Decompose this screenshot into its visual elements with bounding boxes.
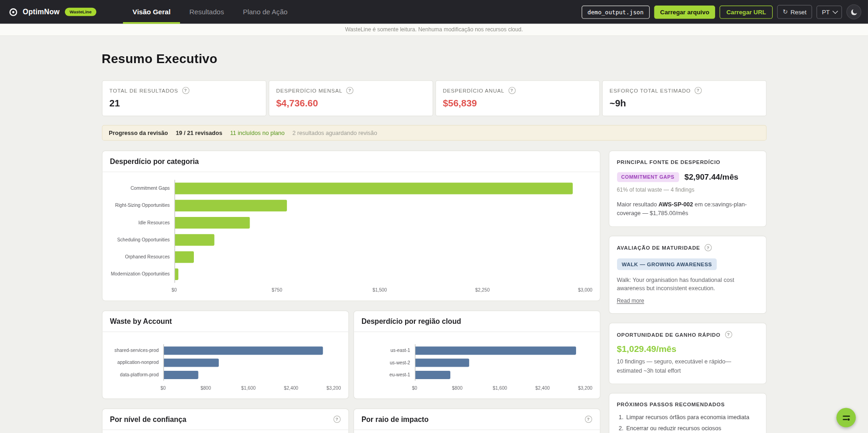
- chart-row: shared-services-prod: [110, 344, 334, 356]
- chart-category-label: us-east-1: [361, 344, 414, 356]
- axis-tick-label: $1,600: [493, 385, 507, 391]
- axis-tick-label: $800: [200, 385, 211, 391]
- quick-win-value: $1,029.49/mês: [617, 344, 758, 354]
- chart-track: [163, 344, 333, 356]
- help-icon[interactable]: ?: [182, 87, 189, 94]
- card-quick-win: OPORTUNIDADE DE GANHO RÁPIDO ? $1,029.49…: [608, 323, 766, 384]
- help-icon[interactable]: ?: [705, 244, 712, 251]
- load-file-button[interactable]: Carregar arquivo: [654, 5, 715, 18]
- chart-bar: [175, 200, 287, 211]
- chart-row: Commitment Gaps: [110, 180, 585, 197]
- right-sidebar: PRINCIPAL FONTE DE DESPERDÍCIO COMMITMEN…: [608, 151, 766, 433]
- help-icon[interactable]: ?: [333, 415, 341, 423]
- dark-mode-toggle[interactable]: [846, 5, 861, 19]
- main-nav: Visão Geral Resultados Plano de Ação: [123, 0, 297, 24]
- top-source-value: $2,907.44/mês: [684, 173, 738, 181]
- chart-rows: us-east-1us-west-2eu-west-1: [361, 344, 585, 380]
- review-progress-strip: Progresso da revisão 19 / 21 revisados 1…: [102, 125, 766, 141]
- chevron-down-icon: [833, 8, 838, 14]
- nav-tab-plano-de-acao[interactable]: Plano de Ação: [233, 0, 297, 24]
- chart-bar: [163, 358, 219, 367]
- card-title: Waste by Account: [110, 317, 172, 325]
- chart-row: Orphaned Resources: [110, 248, 585, 265]
- axis-tick-label: $3,000: [578, 287, 592, 293]
- help-icon[interactable]: ?: [694, 87, 702, 94]
- detail-prefix: Maior resultado: [617, 201, 658, 207]
- main-container: Resumo Executivo TOTAL DE RESULTADOS ? 2…: [102, 52, 766, 433]
- card-by-confidence: Por nível de confiança ?: [102, 409, 349, 433]
- nav-tab-resultados[interactable]: Resultados: [180, 0, 233, 24]
- stats-row: TOTAL DE RESULTADOS ? 21 DESPERDÍCIO MEN…: [102, 80, 766, 116]
- language-value: PT: [822, 9, 830, 15]
- card-by-blast-radius: Por raio de impacto ?: [353, 409, 600, 433]
- quick-win-description: 10 findings — seguro, executável e rápid…: [617, 357, 758, 375]
- stat-card-monthly-waste: DESPERDÍCIO MENSAL ? $4,736.60: [268, 80, 433, 116]
- help-icon[interactable]: ?: [508, 87, 516, 94]
- app-viewport: OptimNow WasteLine Visão Geral Resultado…: [0, 0, 868, 433]
- axis-tick-label: $0: [161, 385, 166, 391]
- moon-icon: [850, 8, 858, 16]
- maturity-badge: WALK — GROWING AWARENESS: [617, 258, 717, 270]
- chart-category-label: Right-Sizing Opportunities: [110, 197, 175, 214]
- card-title: Por raio de impacto: [361, 415, 429, 423]
- stat-card-annual-waste: DESPERDÍCIO ANUAL ? $56,839: [435, 80, 600, 116]
- chart-category-label: us-west-2: [361, 357, 414, 369]
- chart-bar: [175, 182, 573, 194]
- chart-category-label: Modernization Opportunities: [110, 266, 175, 283]
- chart-category-label: shared-services-prod: [110, 344, 163, 356]
- axis-tick-label: $800: [452, 385, 463, 391]
- axis-tick-label: $3,200: [578, 385, 592, 391]
- load-url-button[interactable]: Carregar URL: [720, 5, 773, 18]
- chart-category-label: Commitment Gaps: [110, 180, 175, 197]
- chart-bar: [163, 370, 198, 379]
- axis-tick-label: $1,500: [373, 287, 387, 293]
- reset-icon: ↻: [783, 8, 788, 16]
- chart-bar: [175, 269, 178, 280]
- chart-row: eu-west-1: [361, 369, 585, 380]
- stat-label: ESFORÇO TOTAL ESTIMADO: [610, 88, 691, 94]
- chart-bar: [175, 217, 250, 228]
- reset-label: Reset: [791, 9, 807, 15]
- read-more-link[interactable]: Read more: [617, 298, 644, 304]
- chart-row: Idle Resources: [110, 214, 585, 231]
- top-source-subtext: 61% of total waste — 4 findings: [617, 187, 758, 193]
- chart-category-label: Orphaned Resources: [110, 248, 175, 265]
- top-header: OptimNow WasteLine Visão Geral Resultado…: [0, 0, 868, 24]
- reset-button[interactable]: ↻ Reset: [777, 5, 812, 19]
- waste-by-account-chart: shared-services-prodapplication-nonprodd…: [102, 332, 348, 398]
- card-top-waste-source: PRINCIPAL FONTE DE DESPERDÍCIO COMMITMEN…: [608, 151, 766, 227]
- waste-by-category-chart: Commitment GapsRight-Sizing Opportunitie…: [102, 172, 600, 301]
- chart-track: [174, 180, 585, 197]
- nav-tab-visao-geral[interactable]: Visão Geral: [123, 0, 180, 24]
- help-icon[interactable]: ?: [346, 87, 354, 94]
- chart-row: Modernization Opportunities: [110, 266, 585, 283]
- stat-label: TOTAL DE RESULTADOS: [110, 88, 178, 94]
- chart-row: application-nonprod: [110, 357, 334, 369]
- chart-row: us-west-2: [361, 357, 585, 369]
- card-title: Por nível de confiança: [110, 415, 186, 423]
- axis-tick-label: $750: [272, 287, 282, 293]
- help-icon[interactable]: ?: [725, 331, 732, 339]
- maturity-description: Walk: Your organisation has foundational…: [617, 275, 758, 293]
- chart-category-label: application-nonprod: [110, 357, 163, 369]
- chart-bar: [163, 346, 323, 355]
- stat-value: $4,736.60: [276, 98, 425, 109]
- chart-category-label: data-platform-prod: [110, 369, 163, 380]
- card-waste-by-category: Desperdício por categoria Commitment Gap…: [102, 151, 600, 301]
- stat-card-total-effort: ESFORÇO TOTAL ESTIMADO ? ~9h: [602, 80, 766, 116]
- chart-track: [174, 197, 585, 214]
- chart-row: Scheduling Opportunities: [110, 231, 585, 248]
- language-select[interactable]: PT: [816, 5, 842, 18]
- card-waste-by-region: Desperdício por região cloud us-east-1us…: [353, 310, 600, 399]
- stat-label: DESPERDÍCIO ANUAL: [443, 88, 505, 94]
- axis-tick-label: $3,200: [326, 385, 341, 391]
- chart-axis: $0$750$1,500$2,250$3,000: [174, 286, 585, 294]
- stat-value: ~9h: [610, 98, 759, 109]
- side-card-title: OPORTUNIDADE DE GANHO RÁPIDO: [617, 332, 720, 338]
- stat-card-total-findings: TOTAL DE RESULTADOS ? 21: [102, 80, 266, 116]
- chart-axis: $0$800$1,600$2,400$3,200: [163, 384, 333, 392]
- help-icon[interactable]: ?: [585, 415, 592, 423]
- progress-included: 11 incluídos no plano: [230, 129, 285, 136]
- floating-action-button[interactable]: [836, 408, 856, 427]
- card-body: [354, 430, 600, 433]
